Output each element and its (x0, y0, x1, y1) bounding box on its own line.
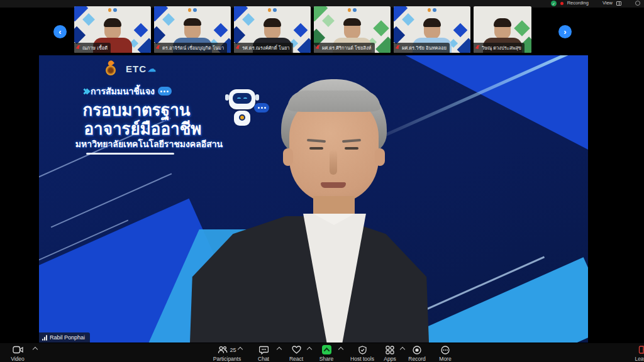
video-button[interactable]: Video (4, 345, 31, 362)
mic-muted-icon (475, 45, 480, 51)
participant-name-tag: ณภาษ เชื้อดี (74, 43, 111, 53)
react-label: React (289, 356, 303, 362)
university-emblem-icon (106, 60, 116, 75)
react-options-caret[interactable] (307, 347, 312, 351)
active-speaker-video[interactable]: ETC ☁ การสัมมนาชี้แจง กรอบมาตรฐาน อาจารย… (39, 55, 588, 343)
background-watermark (428, 8, 436, 12)
shield-icon (358, 345, 367, 354)
underline-rule (86, 153, 174, 155)
mic-muted-icon (316, 45, 320, 51)
chat-options-caret[interactable] (277, 347, 282, 351)
audio-level-icon (42, 335, 47, 341)
video-options-caret[interactable] (33, 347, 38, 351)
participants-icon (218, 346, 228, 354)
host-tools-button[interactable]: Host tools (345, 345, 380, 362)
participant-name: ณภาษ เชื้อดี (82, 44, 108, 52)
background-watermark (188, 8, 197, 12)
participants-count: 25 (230, 347, 236, 353)
participant-tile[interactable]: วิษณุ ดวงประสพสุข (474, 6, 531, 53)
participant-name-tag: ผศ.ดร.ศิริกานต์ โชยสิงห์ (314, 43, 375, 53)
leave-label: Leave (635, 356, 644, 362)
chat-label: Chat (258, 356, 269, 362)
mic-muted-icon (396, 45, 400, 51)
share-screen-icon (322, 345, 331, 354)
speaker-name-tag: Rabil Ponphai (39, 332, 90, 343)
participant-tile[interactable]: รศ.ดร.ณรงค์ศักดิ์ โนยา (234, 6, 311, 53)
host-tools-label: Host tools (350, 356, 374, 362)
participant-tile[interactable]: ดร.อาจิรัตน์ เชื่อมบุญกิต โนมา (154, 6, 231, 53)
background-watermark (108, 8, 117, 12)
more-label: More (439, 356, 451, 362)
chat-button[interactable]: Chat (250, 345, 277, 362)
leave-icon (638, 345, 644, 354)
participant-name: รศ.ดร.ณรงค์ศักดิ์ โนยา (242, 44, 290, 52)
speaker-portrait (190, 79, 429, 343)
chat-icon (259, 345, 269, 354)
participant-name-tag: ผศ.ดร.วิชัย อินทคลอย (394, 43, 450, 53)
participant-name-tag: รศ.ดร.ณรงค์ศักดิ์ โนยา (234, 43, 293, 53)
participant-name: ผศ.ดร.ศิริกานต์ โชยสิงห์ (322, 44, 372, 52)
background-watermark (268, 8, 277, 12)
filmstrip-next-button[interactable]: › (558, 25, 572, 38)
participant-name: ดร.อาจิรัตน์ เชื่อมบุญกิต โนมา (162, 44, 224, 52)
apps-label: Apps (384, 356, 396, 362)
participant-name: วิษณุ ดวงประสพสุข (482, 44, 521, 52)
share-label: Share (319, 356, 334, 362)
zoom-meeting-window: ✓ Recording View ‹ › ณภาษ เชื้อดี (0, 0, 644, 362)
heart-icon (292, 345, 301, 354)
speech-bubble-icon (158, 87, 172, 96)
more-button[interactable]: More (431, 345, 459, 362)
participants-label: Participants (213, 356, 241, 362)
background-watermark (348, 8, 357, 12)
chevron-right-icon: › (564, 28, 566, 36)
apps-button[interactable]: Apps (377, 345, 402, 362)
video-label: Video (11, 356, 25, 362)
chevron-left-icon: ‹ (58, 28, 61, 36)
more-ellipsis-icon (441, 345, 450, 354)
participant-name-tag: ดร.อาจิรัตน์ เชื่อมบุญกิต โนมา (154, 43, 227, 53)
view-grid-icon[interactable] (616, 1, 621, 6)
participant-tile[interactable]: ผศ.ดร.วิชัย อินทคลอย (394, 6, 470, 53)
mic-muted-icon (156, 45, 160, 51)
speaker-name: Rabil Ponphai (50, 334, 85, 341)
background-parallelogram (411, 257, 588, 343)
apps-icon (386, 345, 394, 354)
record-label: Record (408, 356, 425, 362)
seminar-title-line1: การสัมมนาชี้แจง (91, 84, 155, 98)
window-control-icon[interactable] (635, 1, 640, 6)
participants-options-caret[interactable] (238, 347, 243, 351)
share-button[interactable]: Share (312, 345, 341, 362)
participant-tile[interactable]: ณภาษ เชื้อดี (74, 6, 151, 53)
filmstrip-prev-button[interactable]: ‹ (53, 25, 67, 38)
etc-logo-text: ETC (126, 63, 147, 74)
view-button[interactable]: View (602, 0, 613, 6)
leave-button[interactable]: Leave (631, 345, 644, 362)
chevron-right-icon (82, 89, 87, 94)
recording-dot-icon (560, 2, 564, 5)
participant-tile[interactable]: ผศ.ดร.ศิริกานต์ โชยสิงห์ (314, 6, 391, 53)
mic-muted-icon (76, 45, 80, 51)
security-shield-icon[interactable]: ✓ (551, 1, 557, 6)
record-button[interactable]: Record (402, 345, 431, 362)
video-camera-icon (13, 345, 23, 354)
mic-muted-icon (236, 45, 240, 51)
recording-status: Recording (567, 0, 589, 6)
record-icon (413, 345, 421, 354)
etc-logo: ETC ☁ (126, 63, 157, 74)
cloud-icon: ☁ (148, 64, 157, 74)
participant-name-tag: วิษณุ ดวงประสพสุข (474, 43, 525, 53)
share-options-caret[interactable] (338, 347, 343, 351)
participant-name: ผศ.ดร.วิชัย อินทคลอย (402, 44, 447, 52)
